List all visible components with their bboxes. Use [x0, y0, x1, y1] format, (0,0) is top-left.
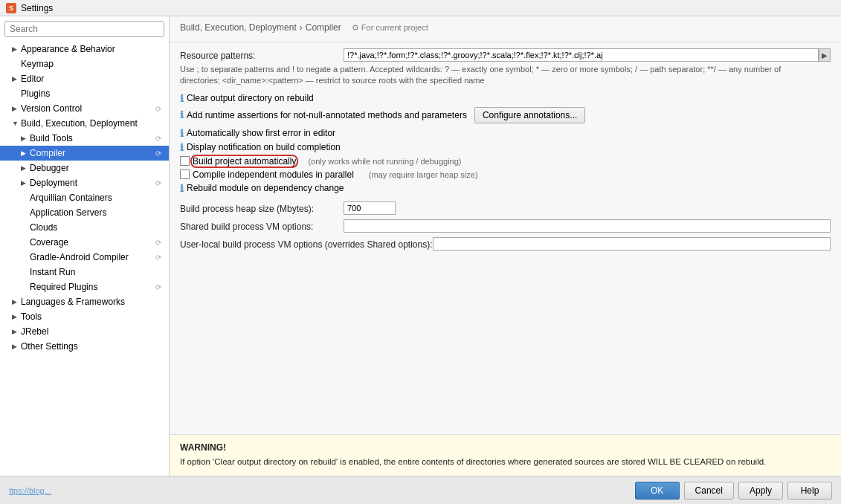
option-clear-label: Clear output directory on rebuild: [187, 93, 314, 103]
arrow-icon: ▶: [12, 343, 19, 350]
sidebar-item-languages[interactable]: ▶Languages & Frameworks: [0, 294, 169, 309]
option-add-runtime: ℹ Add runtime assertions for not-null-an…: [180, 107, 831, 123]
sidebar-item-editor[interactable]: ▶Editor: [0, 71, 169, 86]
arrow-icon: ▶: [21, 149, 28, 157]
warning-box: WARNING! If option 'Clear output directo…: [170, 434, 841, 476]
checkbox-compile-parallel[interactable]: [180, 169, 190, 179]
arrow-icon: ▶: [12, 313, 19, 320]
window-title: Settings: [21, 3, 53, 13]
breadcrumb-section: Compiler: [306, 22, 341, 33]
arrow-icon: ▶: [12, 45, 19, 53]
sidebar-item-app-servers[interactable]: Application Servers: [0, 205, 169, 220]
sidebar-label: Deployment: [30, 178, 77, 188]
shared-vm-field: [344, 219, 831, 233]
sidebar-item-required-plugins[interactable]: Required Plugins⟳: [0, 280, 169, 294]
heap-size-input[interactable]: [344, 201, 396, 215]
content-area: Build, Execution, Deployment › Compiler …: [170, 16, 841, 476]
sidebar-item-build-exec-deploy[interactable]: ▼Build, Execution, Deployment: [0, 116, 169, 131]
checkbox-build-auto[interactable]: [180, 156, 190, 166]
help-button[interactable]: Help: [787, 482, 832, 500]
sidebar-item-build-tools[interactable]: ▶Build Tools⟳: [0, 131, 169, 146]
sidebar-item-jrebel[interactable]: ▶JRebel: [0, 324, 169, 339]
app-icon: S: [6, 3, 16, 13]
configure-annotations-button[interactable]: Configure annotations...: [474, 107, 585, 123]
arrow-icon: ▶: [12, 298, 19, 306]
sync-icon: ⟳: [155, 179, 161, 187]
option-parallel-label: Compile independent modules in parallel: [193, 169, 354, 180]
shared-vm-input[interactable]: [344, 219, 831, 233]
info-icon-clear: ℹ: [180, 93, 184, 104]
heap-size-label: Build process heap size (Mbytes):: [180, 201, 344, 214]
sidebar-label: Arquillian Containers: [30, 193, 112, 203]
sidebar-item-tools[interactable]: ▶Tools: [0, 309, 169, 324]
resource-patterns-input[interactable]: [344, 48, 819, 62]
sync-icon: ⟳: [155, 283, 161, 291]
sidebar-item-clouds[interactable]: Clouds: [0, 220, 169, 235]
sidebar-item-keymap[interactable]: Keymap: [0, 56, 169, 71]
shared-vm-label: Shared build process VM options:: [180, 219, 344, 232]
sidebar-label: Application Servers: [30, 207, 106, 218]
sidebar-item-debugger[interactable]: ▶Debugger: [0, 161, 169, 175]
info-icon-runtime: ℹ: [180, 109, 184, 120]
option-notification: ℹ Display notification on build completi…: [180, 142, 831, 153]
sidebar-label: Languages & Frameworks: [21, 297, 125, 307]
sidebar-label: Compiler: [30, 148, 65, 158]
resource-patterns-row: Resource patterns: ▶: [180, 48, 831, 62]
sidebar-label: JRebel: [21, 326, 48, 337]
sidebar-item-instant-run[interactable]: Instant Run: [0, 265, 169, 280]
option-clear-output: ℹ Clear output directory on rebuild: [180, 93, 831, 104]
sync-icon: ⟳: [155, 149, 161, 158]
build-auto-note: (only works while not running / debuggin…: [308, 157, 461, 166]
sidebar-item-gradle-android[interactable]: Gradle-Android Compiler⟳: [0, 250, 169, 265]
sidebar-item-compiler[interactable]: ▶Compiler⟳: [0, 146, 169, 161]
sidebar-item-coverage[interactable]: Coverage⟳: [0, 235, 169, 250]
user-local-vm-row: User-local build process VM options (ove…: [180, 237, 831, 251]
cancel-button[interactable]: Cancel: [684, 482, 734, 500]
sidebar-item-deployment[interactable]: ▶Deployment⟳: [0, 175, 169, 190]
option-compile-parallel: Compile independent modules in parallel …: [180, 169, 831, 180]
info-icon-notification: ℹ: [180, 142, 184, 153]
user-local-vm-label: User-local build process VM options (ove…: [180, 237, 433, 250]
sidebar-label: Build, Execution, Deployment: [21, 118, 138, 129]
apply-button[interactable]: Apply: [738, 482, 783, 500]
sidebar-item-version-control[interactable]: ▶Version Control⟳: [0, 101, 169, 116]
option-show-error: ℹ Automatically show first error in edit…: [180, 128, 831, 139]
sidebar-item-appearance[interactable]: ▶Appearance & Behavior: [0, 42, 169, 56]
sidebar-label: Gradle-Android Compiler: [30, 252, 129, 262]
bottom-link[interactable]: ttps://blog...: [9, 486, 51, 495]
sync-icon: ⟳: [155, 135, 161, 143]
warning-title: WARNING!: [180, 442, 831, 453]
option-runtime-label: Add runtime assertions for not-null-anno…: [187, 110, 467, 120]
content-body: Resource patterns: ▶ Use ; to separate p…: [170, 42, 841, 434]
arrow-icon: ▶: [12, 75, 19, 83]
patterns-help-text: Use ; to separate patterns and ! to nega…: [180, 64, 818, 87]
sidebar-label: Version Control: [21, 103, 82, 114]
sidebar-label: Keymap: [21, 59, 54, 69]
heap-size-row: Build process heap size (Mbytes):: [180, 201, 831, 215]
arrow-icon: ▼: [12, 120, 19, 127]
titlebar: S Settings: [0, 0, 841, 16]
breadcrumb-path: Build, Execution, Deployment: [180, 22, 297, 33]
option-notification-label: Display notification on build completion: [187, 142, 341, 152]
info-icon-error: ℹ: [180, 128, 184, 139]
arrow-icon: ▶: [21, 164, 28, 172]
user-local-vm-input[interactable]: [433, 237, 831, 251]
warning-text: If option 'Clear output directory on reb…: [180, 456, 831, 468]
resource-patterns-label: Resource patterns:: [180, 48, 344, 61]
arrow-icon: ▶: [12, 105, 19, 112]
search-input[interactable]: [4, 21, 164, 37]
sync-icon: ⟳: [155, 253, 161, 262]
sidebar-item-arquillian[interactable]: Arquillian Containers: [0, 190, 169, 205]
sidebar-label: Other Settings: [21, 341, 78, 352]
sidebar: ▶Appearance & Behavior Keymap▶Editor Plu…: [0, 16, 170, 476]
arrow-icon: ▶: [21, 135, 28, 142]
sidebar-item-other-settings[interactable]: ▶Other Settings: [0, 339, 169, 354]
sidebar-label: Required Plugins: [30, 282, 97, 292]
ok-button[interactable]: OK: [635, 482, 680, 500]
sidebar-label: Coverage: [30, 237, 68, 248]
sidebar-item-plugins[interactable]: Plugins: [0, 86, 169, 101]
info-icon-rebuild: ℹ: [180, 183, 184, 194]
scroll-right-btn[interactable]: ▶: [819, 48, 831, 62]
sidebar-label: Build Tools: [30, 133, 73, 143]
sidebar-label: Appearance & Behavior: [21, 44, 115, 54]
